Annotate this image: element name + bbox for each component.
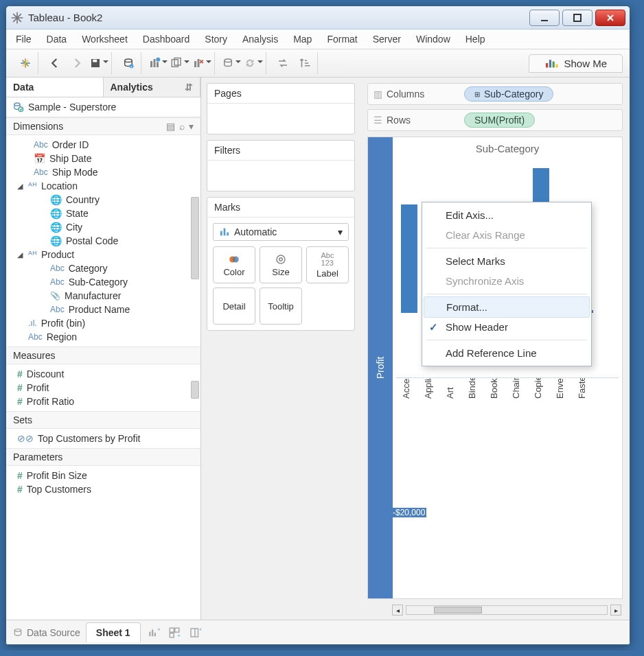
- axis-context-menu: Edit Axis... Clear Axis Range Select Mar…: [422, 202, 592, 366]
- menu-file[interactable]: File: [16, 34, 32, 45]
- y-axis[interactable]: Profit: [368, 137, 393, 598]
- svg-rect-16: [154, 59, 156, 67]
- size-button[interactable]: Size: [260, 246, 302, 283]
- show-me-button[interactable]: Show Me: [529, 54, 623, 73]
- sort-asc-button[interactable]: [295, 54, 314, 72]
- measure-item[interactable]: #Profit: [6, 381, 200, 395]
- tooltip-button[interactable]: Tooltip: [260, 288, 302, 325]
- data-source-tab[interactable]: Data Source: [13, 627, 80, 638]
- tableau-logo-button[interactable]: [16, 54, 35, 72]
- chevron-down-icon[interactable]: ▾: [189, 121, 194, 132]
- sheet-tab[interactable]: Sheet 1: [86, 622, 141, 642]
- scroll-track[interactable]: [406, 605, 608, 615]
- y-axis-label: Profit: [375, 357, 386, 379]
- dimensions-header[interactable]: Dimensions ▤⌕▾: [6, 117, 200, 135]
- scroll-thumb[interactable]: [434, 607, 482, 613]
- menu-edit-axis[interactable]: Edit Axis...: [422, 205, 591, 225]
- dimension-item[interactable]: 🌐Postal Code: [6, 234, 200, 248]
- dimension-item[interactable]: AbcShip Mode: [6, 165, 200, 179]
- measure-item[interactable]: #Profit Ratio: [6, 395, 200, 408]
- menu-synchronize-axis: Synchronize Axis: [422, 271, 591, 291]
- menu-add-reference-line[interactable]: Add Reference Line: [422, 343, 591, 363]
- minimize-button[interactable]: [529, 10, 560, 26]
- dimension-item[interactable]: AbcOrder ID: [6, 138, 200, 152]
- scrollbar-thumb[interactable]: [191, 197, 199, 279]
- scroll-right-button[interactable]: ▸: [610, 605, 621, 616]
- rows-shelf[interactable]: ☰Rows SUM(Profit): [367, 109, 623, 131]
- filters-card[interactable]: Filters: [207, 140, 355, 191]
- scrollbar-thumb[interactable]: [191, 381, 199, 399]
- close-button[interactable]: [595, 10, 625, 26]
- clear-sheet-button[interactable]: [192, 54, 211, 72]
- save-button[interactable]: [89, 54, 108, 72]
- dimension-item[interactable]: ◢ᴬᴴLocation: [6, 179, 200, 193]
- dimension-item[interactable]: 🌐State: [6, 207, 200, 220]
- dimension-item[interactable]: ◢ᴬᴴProduct: [6, 248, 200, 261]
- menu-select-marks[interactable]: Select Marks: [422, 251, 591, 271]
- back-button[interactable]: [45, 54, 65, 72]
- dimension-item[interactable]: 🌐Country: [6, 193, 200, 207]
- columns-pill[interactable]: ⊞Sub-Category: [464, 86, 553, 102]
- menu-show-header[interactable]: ✓Show Header: [422, 317, 591, 337]
- bar[interactable]: [401, 204, 417, 313]
- dimension-item[interactable]: AbcProduct Name: [6, 303, 200, 316]
- menu-server[interactable]: Server: [373, 34, 401, 45]
- connect-button[interactable]: [222, 54, 241, 72]
- menu-help[interactable]: Help: [465, 34, 485, 45]
- new-worksheet-icon[interactable]: +: [146, 625, 161, 640]
- datasource-row[interactable]: Sample - Superstore: [6, 97, 200, 117]
- pages-card[interactable]: Pages: [207, 83, 355, 134]
- parameter-item[interactable]: #Top Customers: [6, 482, 200, 496]
- marks-type-select[interactable]: Automatic ▾: [213, 223, 349, 241]
- svg-rect-29: [553, 62, 555, 68]
- dimension-item[interactable]: AbcSub-Category: [6, 275, 200, 289]
- set-item[interactable]: ⊘⊘Top Customers by Profit: [6, 432, 200, 445]
- duplicate-sheet-button[interactable]: [170, 54, 189, 72]
- dimension-item[interactable]: AbcRegion: [6, 330, 200, 344]
- measure-item[interactable]: #Discount: [6, 367, 200, 381]
- menu-format[interactable]: Format...: [424, 296, 590, 318]
- new-story-icon[interactable]: +: [187, 625, 203, 640]
- menu-format[interactable]: Format: [327, 34, 357, 45]
- tab-data[interactable]: Data: [6, 78, 104, 97]
- dimension-item[interactable]: .ıl.Profit (bin): [6, 316, 200, 330]
- swap-button[interactable]: [273, 54, 292, 72]
- columns-shelf[interactable]: ▥Columns ⊞Sub-Category: [367, 83, 623, 105]
- new-dashboard-icon[interactable]: +: [167, 625, 182, 640]
- maximize-button[interactable]: [562, 10, 593, 26]
- parameters-header[interactable]: Parameters: [6, 448, 200, 466]
- sets-header[interactable]: Sets: [6, 411, 200, 429]
- new-datasource-button[interactable]: +: [119, 54, 138, 72]
- detail-button[interactable]: Detail: [213, 288, 255, 325]
- dimension-item[interactable]: 🌐City: [6, 220, 200, 234]
- dimension-item[interactable]: 📎Manufacturer: [6, 289, 200, 303]
- menu-analysis[interactable]: Analysis: [242, 34, 278, 45]
- view-icon[interactable]: ▤: [166, 121, 175, 132]
- menu-map[interactable]: Map: [293, 34, 312, 45]
- forward-button[interactable]: [67, 54, 87, 72]
- parameter-item[interactable]: #Profit Bin Size: [6, 469, 200, 482]
- rows-pill[interactable]: SUM(Profit): [464, 113, 535, 128]
- titlebar[interactable]: Tableau - Book2: [6, 6, 630, 30]
- menu-story[interactable]: Story: [205, 34, 227, 45]
- label-button[interactable]: Abc123Label: [306, 246, 349, 283]
- rows-icon: ☰: [373, 115, 382, 126]
- search-icon[interactable]: ⌕: [179, 121, 185, 132]
- new-worksheet-button[interactable]: [148, 54, 168, 72]
- tab-analytics[interactable]: Analytics⇵: [104, 78, 201, 97]
- menu-data[interactable]: Data: [47, 34, 67, 45]
- horizontal-scrollbar[interactable]: ◂ ▸: [392, 605, 621, 616]
- dimension-item[interactable]: AbcCategory: [6, 261, 200, 275]
- menu-worksheet[interactable]: Worksheet: [82, 34, 128, 45]
- refresh-button[interactable]: [244, 54, 263, 72]
- app-icon: [10, 11, 24, 25]
- color-button[interactable]: Color: [213, 246, 255, 283]
- measures-header[interactable]: Measures: [6, 347, 200, 364]
- svg-rect-5: [574, 14, 581, 21]
- marks-card: Marks Automatic ▾ Color Size Abc123Label…: [207, 197, 355, 331]
- menu-window[interactable]: Window: [416, 34, 450, 45]
- scroll-left-button[interactable]: ◂: [392, 605, 403, 616]
- svg-point-38: [277, 255, 285, 263]
- menu-dashboard[interactable]: Dashboard: [143, 34, 190, 45]
- dimension-item[interactable]: 📅Ship Date: [6, 152, 200, 165]
